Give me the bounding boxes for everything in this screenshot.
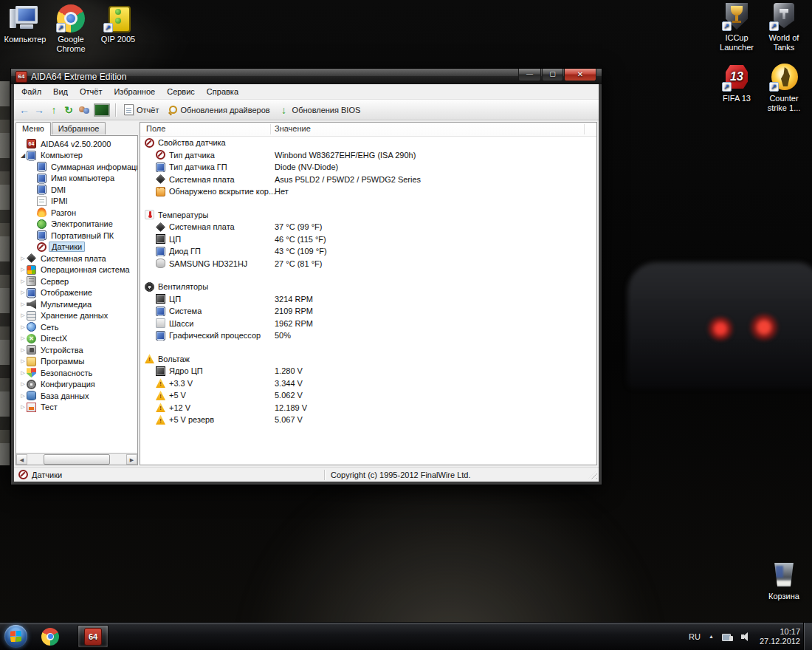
- tree-expander[interactable]: ▷: [19, 358, 27, 364]
- column-header-field[interactable]: Поле: [146, 124, 165, 133]
- screen-icon[interactable]: [94, 103, 110, 117]
- tree-item[interactable]: DMI: [16, 184, 137, 196]
- desktop-icon-iccup[interactable]: ↗ ICCup Launcher: [713, 3, 760, 52]
- sensor-row[interactable]: Системная платаAsus P5LD2 / P5WD2 / P5WD…: [140, 174, 596, 186]
- desktop-icon-cs[interactable]: ↗ Counter strike 1...: [760, 64, 808, 113]
- tree-expander[interactable]: ▷: [19, 347, 27, 353]
- tree-item[interactable]: Разгон: [16, 207, 137, 219]
- tree-expander[interactable]: ▷: [19, 301, 27, 307]
- section-header[interactable]: Вентиляторы: [140, 281, 596, 293]
- sensor-row[interactable]: +5 V5.062 V: [140, 389, 596, 402]
- back-button[interactable]: ←: [17, 103, 32, 117]
- scroll-left-arrow[interactable]: ◀: [16, 454, 27, 465]
- sensor-row[interactable]: Шасси1962 RPM: [140, 318, 596, 330]
- tree-item[interactable]: ▷Тест: [16, 402, 137, 414]
- menu-item-3[interactable]: Избранное: [108, 86, 161, 98]
- tree-expander[interactable]: ▷: [19, 312, 27, 318]
- tree-expander[interactable]: ▷: [19, 404, 27, 410]
- tree-item[interactable]: ▷DirectX: [16, 333, 137, 345]
- sensor-row[interactable]: ЦП3214 RPM: [140, 293, 596, 306]
- sensor-row[interactable]: Обнаружено вскрытие кор...Нет: [140, 185, 596, 198]
- maximize-button[interactable]: ▢: [542, 69, 563, 81]
- taskbar-aida64-button[interactable]: 64: [78, 625, 109, 648]
- menu-item-2[interactable]: Отчёт: [74, 86, 108, 98]
- volume-icon[interactable]: [741, 632, 751, 641]
- sensor-row[interactable]: Тип датчика ГПDiode (NV-Diode): [140, 161, 596, 174]
- tree-item[interactable]: ▷Отображение: [16, 287, 137, 299]
- section-header[interactable]: Свойства датчика: [140, 137, 596, 149]
- tree-expander[interactable]: ▷: [19, 335, 27, 341]
- resize-grip[interactable]: [588, 471, 597, 479]
- driver-updates-button[interactable]: Обновления драйверов: [163, 103, 274, 116]
- tree-expander[interactable]: ▷: [19, 370, 27, 376]
- menu-item-0[interactable]: Файл: [16, 86, 47, 98]
- tree-expander[interactable]: ▷: [19, 290, 27, 295]
- tree-item[interactable]: ▷Системная плата: [16, 253, 137, 264]
- desktop-icon-wot[interactable]: ↗ World of Tanks: [760, 3, 808, 52]
- sensor-row[interactable]: SAMSUNG HD321HJ27 °C (81 °F): [140, 258, 596, 270]
- tree-expander[interactable]: ▷: [19, 267, 27, 273]
- tree-item[interactable]: ▷Хранение данных: [16, 310, 137, 322]
- tray-expand-arrow[interactable]: ▲: [709, 634, 714, 639]
- close-button[interactable]: ✕: [564, 69, 596, 81]
- horizontal-scrollbar[interactable]: ◀ ▶: [16, 453, 137, 465]
- tree-item[interactable]: ▷Программы: [16, 356, 137, 368]
- tree-item[interactable]: ▷Конфигурация: [16, 379, 137, 391]
- forward-button[interactable]: →: [32, 103, 47, 117]
- tree-item[interactable]: Суммарная информация: [16, 161, 137, 173]
- scrollbar-thumb[interactable]: [44, 454, 110, 465]
- tree-item[interactable]: ▷Мультимедиа: [16, 298, 137, 310]
- sensor-row[interactable]: Диод ГП43 °C (109 °F): [140, 245, 596, 258]
- desktop-icon-qip[interactable]: ↗ QIP 2005: [94, 4, 142, 44]
- sensor-row[interactable]: Система2109 RPM: [140, 305, 596, 318]
- tree-item[interactable]: ▷База данных: [16, 390, 137, 402]
- title-bar[interactable]: 64 AIDA64 Extreme Edition — ▢ ✕: [11, 69, 602, 84]
- tree-item[interactable]: ▷Сервер: [16, 276, 137, 287]
- section-header[interactable]: Температуры: [140, 209, 596, 222]
- show-desktop-button[interactable]: [803, 623, 812, 650]
- sensor-row[interactable]: +3.3 V3.344 V: [140, 377, 596, 390]
- sensor-row[interactable]: +5 V резерв5.067 V: [140, 414, 596, 426]
- menu-item-5[interactable]: Справка: [201, 86, 244, 98]
- sensor-row[interactable]: Графический процессор50%: [140, 329, 596, 342]
- tree-item[interactable]: ▷Операционная система: [16, 264, 137, 276]
- tree-expander[interactable]: ▷: [19, 324, 27, 330]
- scroll-right-arrow[interactable]: ▶: [126, 454, 137, 465]
- tree-item[interactable]: Датчики: [16, 242, 137, 253]
- column-headers[interactable]: Поле Значение: [140, 123, 596, 137]
- sensor-row[interactable]: Тип датчикаWinbond W83627EHF/EHG (ISA 29…: [140, 149, 596, 162]
- sidebar-tab-0[interactable]: Меню: [16, 122, 51, 136]
- tree-item[interactable]: IPMI: [16, 196, 137, 208]
- tree-expander[interactable]: ▷: [19, 381, 27, 387]
- bios-updates-button[interactable]: ↓ Обновления BIOS: [275, 101, 365, 119]
- taskbar-chrome-button[interactable]: [35, 625, 66, 648]
- tree-item[interactable]: 64AIDA64 v2.50.2000: [16, 138, 137, 150]
- desktop-icon-recycle-bin[interactable]: Корзина: [760, 561, 808, 601]
- column-header-value[interactable]: Значение: [275, 124, 311, 133]
- up-button[interactable]: ↑: [47, 103, 61, 117]
- sensor-row[interactable]: Ядро ЦП1.280 V: [140, 365, 596, 377]
- network-icon[interactable]: [722, 632, 733, 641]
- sensor-row[interactable]: Системная плата37 °C (99 °F): [140, 221, 596, 233]
- tree-expander[interactable]: ▷: [19, 278, 27, 284]
- sensor-row[interactable]: +12 V12.189 V: [140, 402, 596, 414]
- start-button[interactable]: [4, 625, 27, 648]
- tree-item[interactable]: Портативный ПК: [16, 230, 137, 242]
- language-indicator[interactable]: RU: [689, 632, 701, 641]
- section-header[interactable]: Вольтаж: [140, 353, 596, 366]
- tree-item[interactable]: ◢Компьютер: [16, 150, 137, 162]
- tree-item[interactable]: ▷Сеть: [16, 321, 137, 333]
- taskbar-clock[interactable]: 10:17 27.12.2012: [760, 627, 800, 646]
- tree-item[interactable]: ▷Устройства: [16, 344, 137, 356]
- desktop-icon-computer[interactable]: Компьютер: [1, 4, 49, 44]
- sidebar-tab-1[interactable]: Избранное: [52, 122, 106, 134]
- tree-expander[interactable]: ▷: [19, 256, 27, 261]
- desktop-icon-chrome[interactable]: ↗ Google Chrome: [47, 4, 94, 54]
- users-icon[interactable]: [78, 105, 91, 115]
- minimize-button[interactable]: —: [518, 69, 541, 81]
- tree-expander[interactable]: ▷: [19, 393, 27, 399]
- desktop-icon-fifa[interactable]: 13↗ FIFA 13: [713, 64, 760, 103]
- menu-item-1[interactable]: Вид: [47, 86, 74, 98]
- tree-item[interactable]: Электропитание: [16, 219, 137, 230]
- sensor-row[interactable]: ЦП46 °C (115 °F): [140, 233, 596, 246]
